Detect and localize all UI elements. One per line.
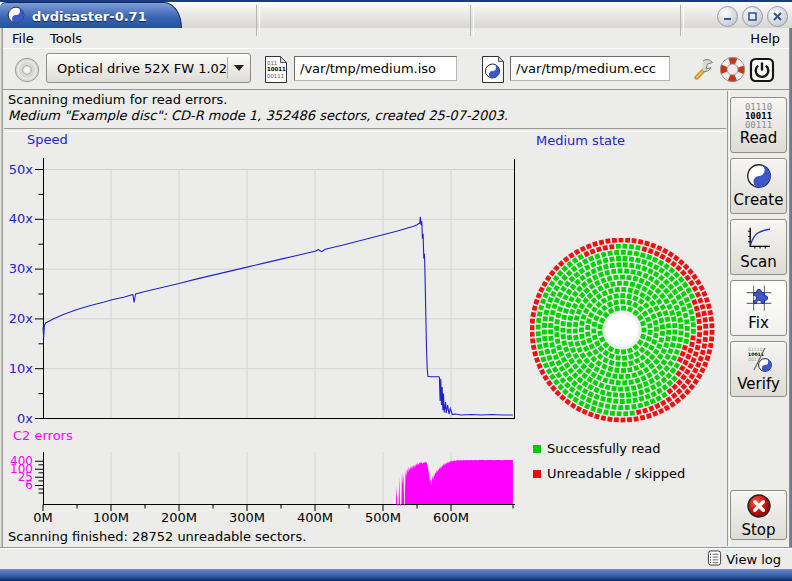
legend-unreadable-label: Unreadable / skipped [547, 466, 685, 481]
dvdisaster-window: dvdisaster-0.71 File Tools Help Optical … [0, 0, 792, 581]
sidebar-button-label: Read [740, 130, 778, 147]
x-axis-tick-label: 600M [433, 510, 469, 525]
sidebar-button-create[interactable]: Create [730, 158, 787, 214]
sidebar-button-fix[interactable]: Fix [730, 280, 787, 336]
svg-text:00111: 00111 [267, 73, 284, 79]
svg-text:011: 011 [267, 60, 277, 66]
stop-icon [746, 493, 772, 522]
drive-selector[interactable]: Optical drive 52X FW 1.02 [46, 53, 251, 83]
speed-ytick-label: 0x [17, 411, 33, 426]
binary-read-icon: 011101001100111 [745, 103, 772, 130]
maximize-button[interactable] [742, 6, 763, 27]
puzzle-icon [745, 284, 773, 315]
verify-icon: 011101001100111 [745, 345, 773, 373]
speed-ytick-label: 10x [9, 361, 34, 376]
chevron-down-icon [234, 65, 244, 71]
quit-power-icon[interactable] [747, 54, 777, 85]
speed-ytick-label: 30x [9, 261, 34, 276]
status-bar: View log [0, 547, 792, 570]
legend-green-swatch [533, 445, 541, 453]
menu-help[interactable]: Help [744, 30, 786, 47]
title-bar[interactable]: dvdisaster-0.71 [0, 0, 792, 28]
sidebar-button-scan[interactable]: Scan [730, 219, 787, 275]
window-bottom-edge [0, 569, 792, 581]
speed-ytick-label: 50x [9, 162, 34, 177]
menu-bar: File Tools Help [0, 28, 792, 49]
stop-button[interactable]: Stop [730, 490, 787, 540]
x-axis-tick-label: 300M [229, 510, 265, 525]
speed-ytick-label: 40x [9, 211, 34, 226]
yinyang-icon [746, 163, 772, 192]
sidebar-button-label: Verify [737, 376, 780, 393]
sidebar-button-read[interactable]: 011101001100111Read [730, 97, 787, 153]
log-icon [707, 549, 722, 570]
verify-icon: 011101001100111 [745, 345, 773, 376]
title-tab: dvdisaster-0.71 [0, 2, 182, 30]
status-line: Scanning medium for read errors. [8, 92, 708, 108]
stop-button-label: Stop [741, 522, 775, 538]
sidebar-button-verify[interactable]: 011101001100111Verify [730, 341, 787, 397]
x-axis-tick-label: 500M [365, 510, 401, 525]
disc-hole [606, 314, 639, 347]
sidebar-button-label: Create [734, 192, 784, 209]
preferences-wrench-icon[interactable] [688, 54, 718, 85]
medium-state-title: Medium state [536, 133, 625, 148]
speed-line-series [43, 217, 513, 415]
legend-success-label: Successfully read [547, 441, 660, 456]
view-log-button[interactable]: View log [704, 549, 784, 569]
c2-error-area [396, 460, 513, 505]
x-axis-tick-label: 100M [93, 510, 129, 525]
ecc-file-icon [480, 55, 506, 84]
scan-curve-icon [745, 224, 772, 254]
x-axis-tick-label: 0M [33, 510, 53, 525]
puzzle-icon [745, 284, 773, 312]
speed-and-c2-charts: 0x10x20x30x40x50x4001002560M100M200M300M… [0, 130, 530, 530]
scan-curve-icon [745, 224, 772, 251]
iso-file-icon: 0111001100111 [263, 55, 289, 84]
minimize-button[interactable] [717, 6, 738, 27]
speed-ytick-label: 20x [9, 311, 34, 326]
medium-state-disc [530, 238, 722, 430]
menu-file[interactable]: File [6, 30, 40, 47]
drive-selector-value: Optical drive 52X FW 1.02 [47, 61, 227, 76]
sidebar-button-label: Fix [748, 315, 769, 332]
window-title: dvdisaster-0.71 [32, 9, 147, 24]
ecc-path-input[interactable] [510, 56, 670, 81]
medium-info-line: Medium "Example disc": CD-R mode 1, 3524… [8, 108, 708, 124]
drive-icon[interactable] [10, 53, 44, 87]
svg-text:10011: 10011 [267, 66, 286, 72]
x-axis-tick-label: 400M [297, 510, 333, 525]
iso-path-input[interactable] [294, 56, 457, 81]
close-button[interactable] [767, 6, 788, 27]
action-button-column: 011101001100111ReadCreateScanFix01110100… [730, 97, 787, 402]
x-axis-tick-label: 200M [161, 510, 197, 525]
yinyang-icon [746, 163, 772, 189]
menu-tools[interactable]: Tools [44, 30, 88, 47]
help-lifebuoy-icon[interactable] [717, 54, 747, 85]
c2-ytick-label: 6 [25, 478, 33, 492]
scan-result-message: Scanning finished: 28752 unreadable sect… [8, 529, 306, 544]
view-log-label: View log [726, 552, 781, 567]
legend-red-swatch [533, 470, 541, 478]
yinyang-icon [7, 6, 25, 24]
sidebar-button-label: Scan [740, 254, 776, 271]
app-logo-icon [7, 6, 25, 27]
